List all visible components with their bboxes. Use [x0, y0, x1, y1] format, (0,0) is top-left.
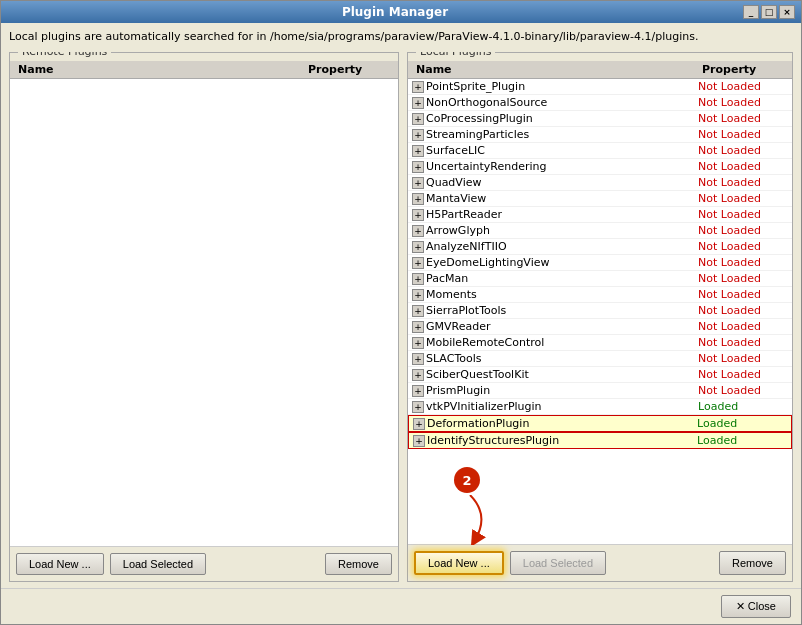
row-expand-icon[interactable]: +: [412, 337, 424, 349]
remote-load-new-button[interactable]: Load New ...: [16, 553, 104, 575]
local-panel-inner: Name Property +PointSprite_PluginNot Loa…: [408, 61, 792, 544]
row-expand-icon[interactable]: +: [412, 113, 424, 125]
row-plugin-name: PacMan: [426, 272, 698, 285]
row-plugin-name: H5PartReader: [426, 208, 698, 221]
row-plugin-property: Not Loaded: [698, 352, 788, 365]
row-plugin-name: SLACTools: [426, 352, 698, 365]
row-plugin-name: PointSprite_Plugin: [426, 80, 698, 93]
remote-col-name: Name: [14, 63, 304, 76]
row-plugin-property: Not Loaded: [698, 144, 788, 157]
row-expand-icon[interactable]: +: [412, 289, 424, 301]
local-col-property: Property: [698, 63, 788, 76]
row-expand-icon[interactable]: +: [412, 353, 424, 365]
row-plugin-property: Not Loaded: [698, 176, 788, 189]
table-row[interactable]: +PacManNot Loaded: [408, 271, 792, 287]
row-plugin-name: GMVReader: [426, 320, 698, 333]
window-title: Plugin Manager: [47, 5, 743, 19]
local-remove-button[interactable]: Remove: [719, 551, 786, 575]
row-expand-icon[interactable]: +: [412, 209, 424, 221]
row-expand-icon[interactable]: +: [412, 177, 424, 189]
row-plugin-property: Not Loaded: [698, 112, 788, 125]
table-row[interactable]: +GMVReaderNot Loaded: [408, 319, 792, 335]
close-button[interactable]: ✕ Close: [721, 595, 791, 618]
table-row[interactable]: +SurfaceLICNot Loaded: [408, 143, 792, 159]
row-expand-icon[interactable]: +: [412, 321, 424, 333]
row-plugin-name: MobileRemoteControl: [426, 336, 698, 349]
row-plugin-property: Not Loaded: [698, 368, 788, 381]
table-row[interactable]: +MantaViewNot Loaded: [408, 191, 792, 207]
row-plugin-name: EyeDomeLightingView: [426, 256, 698, 269]
remote-load-selected-button[interactable]: Load Selected: [110, 553, 206, 575]
table-row[interactable]: +PrismPluginNot Loaded: [408, 383, 792, 399]
table-row[interactable]: +MobileRemoteControlNot Loaded: [408, 335, 792, 351]
local-table-header: Name Property: [408, 61, 792, 79]
table-row[interactable]: +DeformationPluginLoaded: [408, 415, 792, 432]
table-row[interactable]: +NonOrthogonalSourceNot Loaded: [408, 95, 792, 111]
table-row[interactable]: +PointSprite_PluginNot Loaded: [408, 79, 792, 95]
table-row[interactable]: +SierraPlotToolsNot Loaded: [408, 303, 792, 319]
table-row[interactable]: +vtkPVInitializerPluginLoaded: [408, 399, 792, 415]
row-expand-icon[interactable]: +: [412, 161, 424, 173]
row-plugin-name: QuadView: [426, 176, 698, 189]
row-plugin-property: Not Loaded: [698, 304, 788, 317]
row-plugin-name: CoProcessingPlugin: [426, 112, 698, 125]
table-row[interactable]: +MomentsNot Loaded: [408, 287, 792, 303]
row-expand-icon[interactable]: +: [412, 193, 424, 205]
local-load-selected-button[interactable]: Load Selected: [510, 551, 606, 575]
table-row[interactable]: +EyeDomeLightingViewNot Loaded: [408, 255, 792, 271]
table-row[interactable]: +AnalyzeNIfTIIONot Loaded: [408, 239, 792, 255]
row-plugin-name: Moments: [426, 288, 698, 301]
table-row[interactable]: +CoProcessingPluginNot Loaded: [408, 111, 792, 127]
row-plugin-property: Not Loaded: [698, 288, 788, 301]
table-row[interactable]: +H5PartReaderNot Loaded: [408, 207, 792, 223]
row-expand-icon[interactable]: +: [412, 225, 424, 237]
plugin-manager-window: Plugin Manager _ □ × Local plugins are a…: [0, 0, 802, 625]
table-row[interactable]: +UncertaintyRenderingNot Loaded: [408, 159, 792, 175]
minimize-button[interactable]: _: [743, 5, 759, 19]
local-load-new-button[interactable]: Load New ...: [414, 551, 504, 575]
row-expand-icon[interactable]: +: [413, 435, 425, 447]
table-row[interactable]: +SciberQuestToolKitNot Loaded: [408, 367, 792, 383]
row-plugin-property: Loaded: [697, 434, 787, 447]
table-row[interactable]: +ArrowGlyphNot Loaded: [408, 223, 792, 239]
row-plugin-property: Not Loaded: [698, 96, 788, 109]
local-col-name: Name: [412, 63, 698, 76]
row-plugin-property: Not Loaded: [698, 240, 788, 253]
remote-panel-footer: Load New ... Load Selected Remove: [10, 546, 398, 581]
table-row[interactable]: +SLACToolsNot Loaded: [408, 351, 792, 367]
remote-remove-button[interactable]: Remove: [325, 553, 392, 575]
row-plugin-name: IdentifyStructuresPlugin: [427, 434, 697, 447]
row-expand-icon[interactable]: +: [412, 145, 424, 157]
remote-panel-inner: Name Property: [10, 61, 398, 546]
row-expand-icon[interactable]: +: [412, 305, 424, 317]
row-expand-icon[interactable]: +: [412, 273, 424, 285]
row-expand-icon[interactable]: +: [412, 129, 424, 141]
content-area: Local plugins are automatically searched…: [1, 23, 801, 588]
row-expand-icon[interactable]: +: [412, 369, 424, 381]
remote-panel-legend: Remote Plugins: [18, 52, 111, 58]
row-expand-icon[interactable]: +: [412, 241, 424, 253]
row-plugin-property: Not Loaded: [698, 336, 788, 349]
row-plugin-property: Not Loaded: [698, 256, 788, 269]
table-row[interactable]: +IdentifyStructuresPluginLoaded: [408, 432, 792, 449]
local-table-body: +PointSprite_PluginNot Loaded+NonOrthogo…: [408, 79, 792, 544]
remote-col-property: Property: [304, 63, 394, 76]
row-expand-icon[interactable]: +: [412, 257, 424, 269]
table-row[interactable]: +StreamingParticlesNot Loaded: [408, 127, 792, 143]
remote-table-header: Name Property: [10, 61, 398, 79]
table-row[interactable]: +QuadViewNot Loaded: [408, 175, 792, 191]
local-plugins-panel: Local Plugins Name Property +PointSprite…: [407, 52, 793, 582]
row-expand-icon[interactable]: +: [412, 385, 424, 397]
row-plugin-name: SciberQuestToolKit: [426, 368, 698, 381]
row-expand-icon[interactable]: +: [412, 81, 424, 93]
row-expand-icon[interactable]: +: [412, 401, 424, 413]
close-title-button[interactable]: ×: [779, 5, 795, 19]
row-plugin-property: Not Loaded: [698, 128, 788, 141]
row-expand-icon[interactable]: +: [413, 418, 425, 430]
row-expand-icon[interactable]: +: [412, 97, 424, 109]
row-plugin-name: AnalyzeNIfTIIO: [426, 240, 698, 253]
row-plugin-name: vtkPVInitializerPlugin: [426, 400, 698, 413]
maximize-button[interactable]: □: [761, 5, 777, 19]
panels-row: Remote Plugins Name Property Load New ..…: [9, 52, 793, 582]
remote-table-body: [10, 79, 398, 546]
